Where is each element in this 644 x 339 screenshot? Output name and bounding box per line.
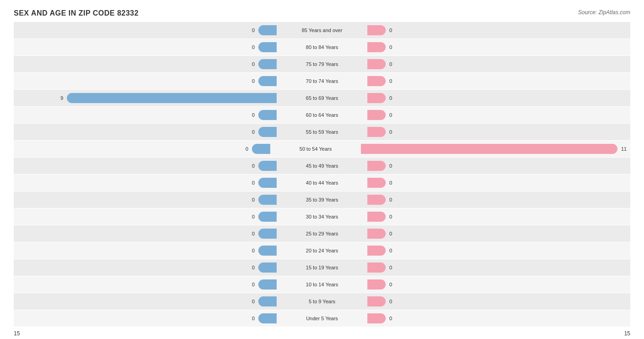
female-section: 0 [366,73,630,89]
male-section: 0 [14,158,278,174]
male-value: 0 [246,163,255,169]
male-value: 0 [246,61,255,67]
female-value: 0 [389,95,398,101]
female-value: 0 [389,282,398,287]
female-value: 0 [389,163,398,169]
male-value: 0 [246,299,255,304]
age-label: 30 to 34 Years [278,214,366,219]
age-label: 15 to 19 Years [278,265,366,270]
male-value: 0 [246,129,255,135]
age-label: 50 to 54 Years [272,146,359,152]
male-value: 0 [246,265,255,270]
male-section: 0 [14,259,278,276]
age-label: 60 to 64 Years [278,112,366,118]
bar-row: 085 Years and over0 [14,22,630,38]
source-text: Source: ZipAtlas.com [578,9,630,16]
bar-row: 020 to 24 Years0 [14,242,630,259]
female-value: 0 [389,61,398,67]
male-section: 0 [14,22,278,38]
female-value: 0 [389,112,398,118]
female-value: 0 [389,214,398,219]
male-value: 0 [246,78,255,84]
male-value: 0 [246,197,255,202]
bar-row: 965 to 69 Years0 [14,90,630,106]
bar-row: 080 to 84 Years0 [14,39,630,55]
age-label: 65 to 69 Years [278,95,366,101]
age-label: 10 to 14 Years [278,282,366,287]
male-section: 0 [14,242,278,259]
male-value: 0 [246,282,255,287]
male-section: 0 [14,310,278,327]
male-value: 0 [246,214,255,219]
bar-row: 040 to 44 Years0 [14,175,630,191]
female-section: 0 [366,175,630,191]
male-section: 0 [14,276,278,293]
male-value: 9 [54,95,63,101]
age-label: 45 to 49 Years [278,163,366,169]
bar-row: 035 to 39 Years0 [14,191,630,208]
female-section: 0 [366,158,630,174]
male-section: 0 [14,124,278,140]
male-section: 0 [14,39,278,55]
female-section: 0 [366,39,630,55]
axis-right: 15 [624,330,630,337]
female-section: 0 [366,208,630,225]
male-value: 0 [246,27,255,33]
female-section: 0 [366,276,630,293]
bar-row: 015 to 19 Years0 [14,259,630,276]
axis-row: 15 15 [14,330,630,337]
female-section: 0 [366,225,630,242]
male-section: 9 [14,90,278,106]
female-section: 0 [366,191,630,208]
female-value: 0 [389,231,398,236]
age-label: 20 to 24 Years [278,248,366,253]
age-label: 80 to 84 Years [278,44,366,50]
male-section: 0 [14,225,278,242]
age-label: 5 to 9 Years [278,299,366,304]
male-value: 0 [246,316,255,321]
female-value: 0 [389,248,398,253]
female-section: 0 [366,22,630,38]
female-value: 0 [389,180,398,186]
male-section: 0 [14,191,278,208]
female-value: 0 [389,299,398,304]
male-section: 0 [14,293,278,310]
bar-row: 055 to 59 Years0 [14,124,630,140]
male-section: 0 [14,208,278,225]
male-value: 0 [246,180,255,186]
chart-area: 085 Years and over0080 to 84 Years0075 t… [14,22,630,327]
male-value: 0 [246,44,255,50]
chart-container: SEX AND AGE IN ZIP CODE 82332 Source: Zi… [0,0,644,339]
age-label: 40 to 44 Years [278,180,366,186]
bar-row: 050 to 54 Years11 [14,141,630,157]
female-section: 0 [366,293,630,310]
male-value: 0 [246,231,255,236]
male-section: 0 [14,73,278,89]
female-section: 0 [366,310,630,327]
male-section: 0 [14,107,278,123]
age-label: 70 to 74 Years [278,78,366,84]
male-section: 0 [14,175,278,191]
bar-row: 075 to 79 Years0 [14,56,630,72]
female-section: 0 [366,124,630,140]
bar-row: 0Under 5 Years0 [14,310,630,327]
female-section: 0 [366,259,630,276]
male-value: 0 [246,112,255,118]
female-value: 0 [389,27,398,33]
bar-row: 060 to 64 Years0 [14,107,630,123]
female-value: 0 [389,197,398,202]
female-value: 0 [389,129,398,135]
female-value: 0 [389,265,398,270]
female-value: 0 [389,44,398,50]
male-section: 0 [14,56,278,72]
female-value: 0 [389,316,398,321]
age-label: 25 to 29 Years [278,231,366,236]
age-label: 85 Years and over [278,27,366,33]
chart-title: SEX AND AGE IN ZIP CODE 82332 [14,9,630,17]
female-value: 11 [621,146,630,152]
male-section: 0 [14,141,272,157]
male-value: 0 [246,248,255,253]
female-section: 0 [366,90,630,106]
female-value: 0 [389,78,398,84]
age-label: 55 to 59 Years [278,129,366,135]
